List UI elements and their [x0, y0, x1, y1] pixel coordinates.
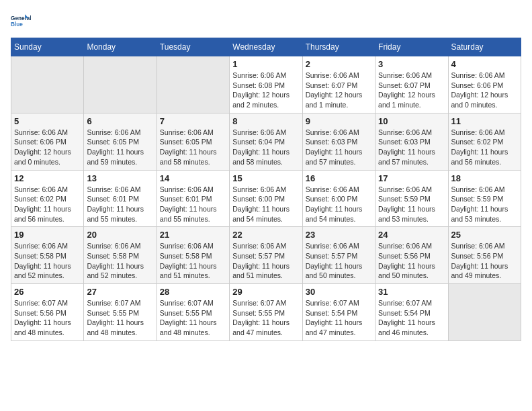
day-cell: 2Sunrise: 6:06 AM Sunset: 6:07 PM Daylig… — [302, 56, 375, 113]
day-info: Sunrise: 6:06 AM Sunset: 5:59 PM Dayligh… — [451, 185, 518, 224]
day-cell: 23Sunrise: 6:06 AM Sunset: 5:57 PM Dayli… — [302, 227, 375, 284]
day-cell: 11Sunrise: 6:06 AM Sunset: 6:02 PM Dayli… — [448, 113, 521, 170]
day-cell: 16Sunrise: 6:06 AM Sunset: 6:00 PM Dayli… — [302, 170, 375, 227]
day-cell: 14Sunrise: 6:06 AM Sunset: 6:01 PM Dayli… — [157, 170, 229, 227]
day-cell: 19Sunrise: 6:06 AM Sunset: 5:58 PM Dayli… — [11, 227, 84, 284]
day-cell: 30Sunrise: 6:07 AM Sunset: 5:54 PM Dayli… — [302, 284, 375, 341]
day-info: Sunrise: 6:07 AM Sunset: 5:55 PM Dayligh… — [232, 298, 299, 338]
day-cell: 10Sunrise: 6:06 AM Sunset: 6:03 PM Dayli… — [375, 113, 448, 170]
day-number: 8 — [232, 116, 299, 126]
day-cell: 25Sunrise: 6:06 AM Sunset: 5:56 PM Dayli… — [448, 227, 521, 284]
weekday-header-thursday: Thursday — [302, 38, 375, 56]
day-info: Sunrise: 6:06 AM Sunset: 6:05 PM Dayligh… — [87, 128, 153, 167]
day-number: 24 — [378, 230, 445, 240]
svg-text:Blue: Blue — [11, 21, 23, 28]
week-row-4: 19Sunrise: 6:06 AM Sunset: 5:58 PM Dayli… — [11, 227, 521, 284]
day-number: 10 — [378, 116, 445, 126]
day-cell: 12Sunrise: 6:06 AM Sunset: 6:02 PM Dayli… — [11, 170, 84, 227]
day-number: 15 — [232, 173, 299, 183]
day-info: Sunrise: 6:06 AM Sunset: 5:56 PM Dayligh… — [451, 241, 518, 281]
day-info: Sunrise: 6:06 AM Sunset: 6:02 PM Dayligh… — [451, 128, 518, 167]
day-info: Sunrise: 6:06 AM Sunset: 6:06 PM Dayligh… — [14, 128, 81, 167]
day-info: Sunrise: 6:06 AM Sunset: 5:59 PM Dayligh… — [378, 185, 445, 224]
day-cell: 17Sunrise: 6:06 AM Sunset: 5:59 PM Dayli… — [375, 170, 448, 227]
day-info: Sunrise: 6:07 AM Sunset: 5:55 PM Dayligh… — [160, 298, 226, 338]
day-number: 21 — [160, 230, 226, 240]
weekday-header-row: SundayMondayTuesdayWednesdayThursdayFrid… — [11, 38, 521, 56]
day-info: Sunrise: 6:06 AM Sunset: 6:03 PM Dayligh… — [306, 128, 372, 167]
day-number: 13 — [87, 173, 153, 183]
day-cell: 27Sunrise: 6:07 AM Sunset: 5:55 PM Dayli… — [84, 284, 157, 341]
day-info: Sunrise: 6:06 AM Sunset: 6:03 PM Dayligh… — [378, 128, 445, 167]
day-cell: 4Sunrise: 6:06 AM Sunset: 6:06 PM Daylig… — [448, 56, 521, 113]
weekday-header-tuesday: Tuesday — [157, 38, 229, 56]
day-info: Sunrise: 6:06 AM Sunset: 5:58 PM Dayligh… — [14, 241, 81, 281]
week-row-5: 26Sunrise: 6:07 AM Sunset: 5:56 PM Dayli… — [11, 284, 521, 341]
day-number: 25 — [451, 230, 518, 240]
day-number: 17 — [378, 173, 445, 183]
day-number: 30 — [306, 287, 372, 297]
day-info: Sunrise: 6:06 AM Sunset: 6:00 PM Dayligh… — [232, 185, 299, 224]
day-cell — [84, 56, 157, 113]
day-info: Sunrise: 6:06 AM Sunset: 6:07 PM Dayligh… — [378, 71, 445, 110]
day-cell: 8Sunrise: 6:06 AM Sunset: 6:04 PM Daylig… — [230, 113, 302, 170]
day-number: 12 — [14, 173, 81, 183]
day-info: Sunrise: 6:07 AM Sunset: 5:56 PM Dayligh… — [14, 298, 81, 338]
day-number: 1 — [232, 59, 299, 69]
day-number: 16 — [306, 173, 372, 183]
weekday-header-wednesday: Wednesday — [230, 38, 302, 56]
calendar: SundayMondayTuesdayWednesdayThursdayFrid… — [11, 38, 521, 341]
day-cell — [11, 56, 84, 113]
day-cell: 24Sunrise: 6:06 AM Sunset: 5:56 PM Dayli… — [375, 227, 448, 284]
logo-icon: General Blue — [11, 11, 31, 31]
day-cell: 15Sunrise: 6:06 AM Sunset: 6:00 PM Dayli… — [230, 170, 302, 227]
day-cell: 22Sunrise: 6:06 AM Sunset: 5:57 PM Dayli… — [230, 227, 302, 284]
week-row-3: 12Sunrise: 6:06 AM Sunset: 6:02 PM Dayli… — [11, 170, 521, 227]
day-number: 31 — [378, 287, 445, 297]
day-number: 5 — [14, 116, 81, 126]
day-cell: 18Sunrise: 6:06 AM Sunset: 5:59 PM Dayli… — [448, 170, 521, 227]
day-info: Sunrise: 6:06 AM Sunset: 6:01 PM Dayligh… — [160, 185, 226, 224]
day-info: Sunrise: 6:06 AM Sunset: 5:58 PM Dayligh… — [87, 241, 153, 281]
day-number: 4 — [451, 59, 518, 69]
day-info: Sunrise: 6:06 AM Sunset: 6:05 PM Dayligh… — [160, 128, 226, 167]
day-number: 6 — [87, 116, 153, 126]
day-cell: 31Sunrise: 6:07 AM Sunset: 5:54 PM Dayli… — [375, 284, 448, 341]
day-number: 18 — [451, 173, 518, 183]
day-cell: 13Sunrise: 6:06 AM Sunset: 6:01 PM Dayli… — [84, 170, 157, 227]
day-cell: 9Sunrise: 6:06 AM Sunset: 6:03 PM Daylig… — [302, 113, 375, 170]
svg-text:General: General — [11, 15, 31, 21]
day-info: Sunrise: 6:06 AM Sunset: 6:02 PM Dayligh… — [14, 185, 81, 224]
day-number: 23 — [306, 230, 372, 240]
day-number: 19 — [14, 230, 81, 240]
day-info: Sunrise: 6:06 AM Sunset: 6:06 PM Dayligh… — [451, 71, 518, 110]
weekday-header-saturday: Saturday — [448, 38, 521, 56]
day-number: 20 — [87, 230, 153, 240]
day-cell: 1Sunrise: 6:06 AM Sunset: 6:08 PM Daylig… — [230, 56, 302, 113]
day-number: 9 — [306, 116, 372, 126]
day-cell: 28Sunrise: 6:07 AM Sunset: 5:55 PM Dayli… — [157, 284, 229, 341]
day-number: 26 — [14, 287, 81, 297]
day-info: Sunrise: 6:06 AM Sunset: 5:58 PM Dayligh… — [160, 241, 226, 281]
day-number: 14 — [160, 173, 226, 183]
weekday-header-friday: Friday — [375, 38, 448, 56]
day-number: 3 — [378, 59, 445, 69]
day-cell: 20Sunrise: 6:06 AM Sunset: 5:58 PM Dayli… — [84, 227, 157, 284]
day-number: 22 — [232, 230, 299, 240]
day-info: Sunrise: 6:06 AM Sunset: 6:08 PM Dayligh… — [232, 71, 299, 110]
day-cell: 3Sunrise: 6:06 AM Sunset: 6:07 PM Daylig… — [375, 56, 448, 113]
day-info: Sunrise: 6:06 AM Sunset: 6:04 PM Dayligh… — [232, 128, 299, 167]
day-info: Sunrise: 6:06 AM Sunset: 5:57 PM Dayligh… — [306, 241, 372, 281]
logo: General Blue — [11, 11, 31, 31]
day-info: Sunrise: 6:06 AM Sunset: 6:01 PM Dayligh… — [87, 185, 153, 224]
day-info: Sunrise: 6:07 AM Sunset: 5:54 PM Dayligh… — [378, 298, 445, 338]
day-number: 11 — [451, 116, 518, 126]
day-cell: 5Sunrise: 6:06 AM Sunset: 6:06 PM Daylig… — [11, 113, 84, 170]
day-info: Sunrise: 6:07 AM Sunset: 5:54 PM Dayligh… — [306, 298, 372, 338]
header: General Blue — [11, 11, 521, 31]
day-number: 2 — [306, 59, 372, 69]
day-info: Sunrise: 6:06 AM Sunset: 6:07 PM Dayligh… — [306, 71, 372, 110]
day-number: 7 — [160, 116, 226, 126]
day-cell: 7Sunrise: 6:06 AM Sunset: 6:05 PM Daylig… — [157, 113, 229, 170]
day-number: 27 — [87, 287, 153, 297]
